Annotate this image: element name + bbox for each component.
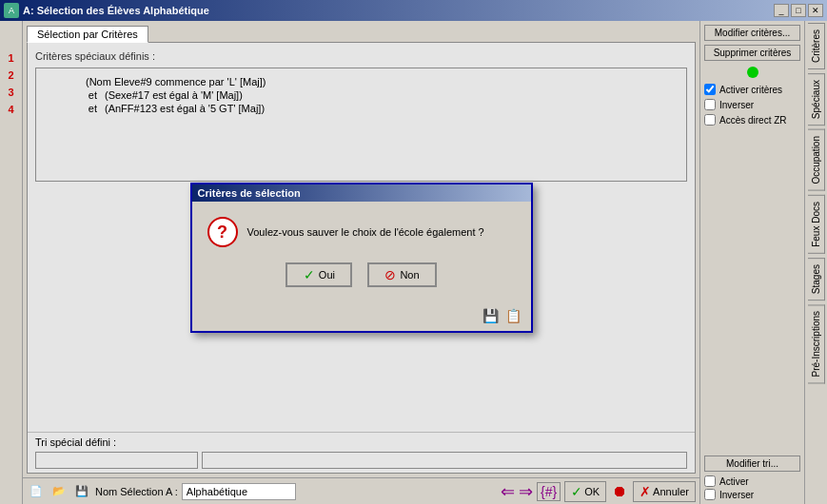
arrow-left-icon[interactable]: ⇐ [501,481,515,502]
app-icon: A [4,3,19,18]
hash-button[interactable]: {#} [537,482,561,501]
number-3: 3 [0,84,22,101]
modal-buttons: ✓ Oui ⊘ Non [207,262,516,287]
save-bottom-icon[interactable]: 💾 [72,482,91,501]
sort-checkboxes: Activer Inverser [704,475,800,500]
tab-bar: Sélection par Critères [23,21,699,42]
tab-stages[interactable]: Stages [808,258,825,300]
question-icon: ? [207,217,238,247]
nom-input[interactable] [182,483,296,500]
ok-button[interactable]: ✓ OK [564,481,606,502]
nav-arrows: ⇐ ⇒ {#} [501,481,561,502]
copy-icon[interactable]: 📋 [504,306,523,325]
activer-label: Activer critères [719,85,782,95]
modify-sort-button[interactable]: Modifier tri... [704,456,800,472]
modal-title-bar: Critères de sélection [192,184,531,202]
modal-overlay: Critères de sélection ? Voulez-vous sauv… [28,43,695,473]
number-2: 2 [0,67,22,84]
tab-speciaux[interactable]: Spéciaux [808,73,825,126]
window-controls[interactable]: _ □ ✕ [774,4,823,17]
nom-label: Nom Sélection A : [95,486,178,497]
inverser-row: Inverser [704,99,800,110]
title-bar: A A: Sélection des Élèves Alphabétique _… [0,0,827,21]
tab-pre-inscriptions[interactable]: Pré-Inscriptions [808,304,825,383]
main-panel: Critères spéciaux définis : (Nom Eleve#9… [27,42,696,474]
number-column: 1 2 3 4 [0,21,23,504]
modal-title: Critères de sélection [198,187,301,199]
tab-criteres[interactable]: Critères [808,23,825,69]
tab-feux-docs[interactable]: Feux Docs [808,195,825,254]
cancel-button[interactable]: ✗ Annuler [633,481,696,502]
number-4: 4 [0,101,22,118]
activer-row: Activer critères [704,84,800,95]
inverser-checkbox[interactable] [704,99,716,110]
ok-label: OK [584,486,600,497]
bottom-bar: 📄 📂 💾 Nom Sélection A : ⇐ ⇒ {#} ✓ OK ⏺ ✗… [23,477,699,504]
right-panel: Modifier critères... Supprimer critères … [699,21,804,504]
number-1: 1 [0,49,22,67]
non-label: Non [400,269,419,281]
window-title: A: Sélection des Élèves Alphabétique [23,5,209,16]
acces-direct-row: Accès direct ZR [704,114,800,126]
modal-footer: 💾 📋 [192,302,531,331]
modal-message-row: ? Voulez-vous sauver le choix de l'école… [207,217,516,247]
maximize-button[interactable]: □ [791,4,806,17]
open-icon[interactable]: 📂 [49,482,69,501]
modal-message: Voulez-vous sauver le choix de l'école é… [247,226,484,238]
ok-check-icon: ✓ [571,484,582,499]
arrow-right-icon[interactable]: ⇒ [519,481,533,502]
modify-criteria-button[interactable]: Modifier critères... [704,25,800,41]
activer-sort-checkbox[interactable] [704,475,716,487]
oui-button[interactable]: ✓ Oui [286,262,352,287]
cancel-label: Annuler [653,486,689,497]
active-indicator [747,67,758,78]
inverser-sort-label: Inverser [719,490,754,500]
cancel-circle-icon: ⊘ [384,267,396,282]
save-icon[interactable]: 💾 [482,306,501,325]
modal-dialog: Critères de sélection ? Voulez-vous sauv… [190,183,533,333]
close-button[interactable]: ✕ [808,4,823,17]
tab-selection-criteres[interactable]: Sélection par Critères [27,26,148,43]
right-sidebar: Critères Spéciaux Occupation Feux Docs S… [804,21,827,504]
acces-direct-label: Accès direct ZR [719,115,787,126]
inverser-label: Inverser [719,100,754,110]
oui-label: Oui [319,269,335,281]
tab-occupation[interactable]: Occupation [808,129,825,191]
acces-direct-checkbox[interactable] [704,114,716,126]
minimize-button[interactable]: _ [774,4,789,17]
non-button[interactable]: ⊘ Non [367,262,436,287]
activer-sort-label: Activer [719,476,749,487]
record-icon[interactable]: ⏺ [610,482,629,501]
checkmark-icon: ✓ [304,267,315,282]
modal-body: ? Voulez-vous sauver le choix de l'école… [192,202,531,302]
activer-checkbox[interactable] [704,84,716,95]
new-icon[interactable]: 📄 [27,482,46,501]
inverser-sort-checkbox[interactable] [704,489,716,500]
content-area: Sélection par Critères Critères spéciaux… [23,21,699,504]
cancel-x-icon: ✗ [640,484,651,499]
delete-criteria-button[interactable]: Supprimer critères [704,45,800,61]
